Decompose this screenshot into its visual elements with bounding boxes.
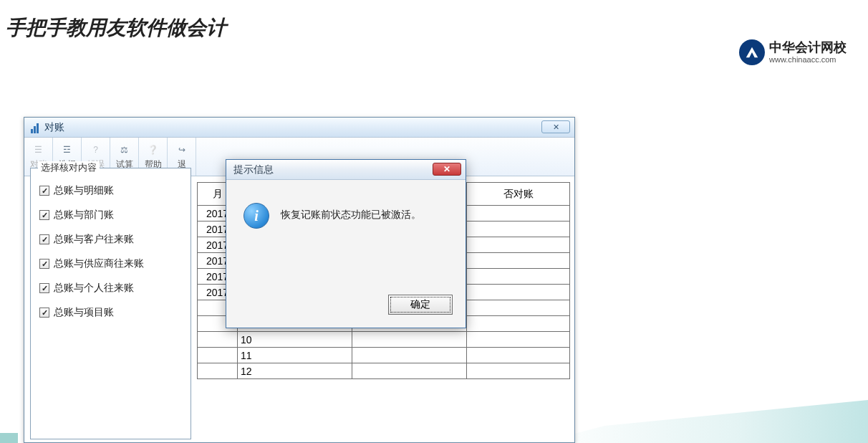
table-row[interactable]: 12 — [198, 363, 570, 379]
checkbox-icon[interactable]: ✓ — [39, 283, 49, 293]
sidebar-item-label: 总账与部门账 — [54, 209, 114, 222]
window-titlebar[interactable]: 对账 ✕ — [24, 118, 574, 138]
sidebar-item[interactable]: ✓ 总账与个人往来账 — [39, 282, 182, 295]
brand-url: www.chinaacc.com — [769, 55, 847, 64]
sidebar-legend: 选择核对内容 — [38, 161, 100, 174]
dialog-titlebar[interactable]: 提示信息 ✕ — [226, 160, 466, 180]
checkbox-icon[interactable]: ✓ — [39, 234, 49, 244]
dialog-close-button[interactable]: ✕ — [433, 163, 461, 176]
sidebar-item[interactable]: ✓ 总账与供应商往来账 — [39, 257, 182, 270]
help-icon: ❔ — [146, 143, 160, 157]
sidebar-checkbox-group: 选择核对内容 ✓ 总账与明细账 ✓ 总账与部门账 ✓ 总账与客户往来账 ✓ 总账… — [30, 168, 191, 439]
brand-logo-icon — [739, 39, 765, 65]
slide-curve — [539, 400, 868, 443]
window-close-button[interactable]: ✕ — [541, 120, 570, 133]
sidebar-item[interactable]: ✓ 总账与部门账 — [39, 209, 182, 222]
sidebar-item-label: 总账与明细账 — [54, 184, 114, 197]
dialog-title-text: 提示信息 — [233, 163, 274, 176]
sidebar-item[interactable]: ✓ 总账与明细账 — [39, 184, 182, 197]
exit-icon: ↪ — [175, 143, 189, 157]
dialog-message: 恢复记账前状态功能已被激活。 — [281, 203, 421, 222]
sidebar-item-label: 总账与项目账 — [54, 306, 114, 319]
checkbox-icon[interactable]: ✓ — [39, 186, 49, 196]
brand: 中华会计网校 www.chinaacc.com — [739, 39, 847, 65]
ok-button[interactable]: 确定 — [388, 295, 453, 315]
sidebar-item[interactable]: ✓ 总账与客户往来账 — [39, 233, 182, 246]
checkbox-icon[interactable]: ✓ — [39, 308, 49, 318]
accent-decoration — [0, 433, 18, 443]
app-chart-icon — [29, 122, 40, 133]
table-header: 否对账 — [467, 183, 570, 206]
sidebar-item[interactable]: ✓ 总账与项目账 — [39, 306, 182, 319]
table-row[interactable]: 11 — [198, 348, 570, 363]
info-dialog: 提示信息 ✕ i 恢复记账前状态功能已被激活。 确定 — [226, 159, 466, 328]
table-row[interactable]: 10 — [198, 332, 570, 348]
brand-name: 中华会计网校 — [769, 41, 847, 55]
error-icon: ? — [89, 143, 103, 157]
sidebar-item-label: 总账与个人往来账 — [54, 282, 134, 295]
slide-title: 手把手教用友软件做会计 — [6, 14, 868, 42]
select-icon: ☲ — [60, 143, 74, 157]
sidebar-item-label: 总账与客户往来账 — [54, 233, 134, 246]
reconcile-icon: ☰ — [32, 143, 46, 157]
sidebar-item-label: 总账与供应商往来账 — [54, 257, 144, 270]
window-title: 对账 — [44, 121, 64, 134]
checkbox-icon[interactable]: ✓ — [39, 210, 49, 220]
info-icon: i — [243, 203, 269, 229]
checkbox-icon[interactable]: ✓ — [39, 259, 49, 269]
balance-icon: ⚖ — [117, 143, 132, 157]
